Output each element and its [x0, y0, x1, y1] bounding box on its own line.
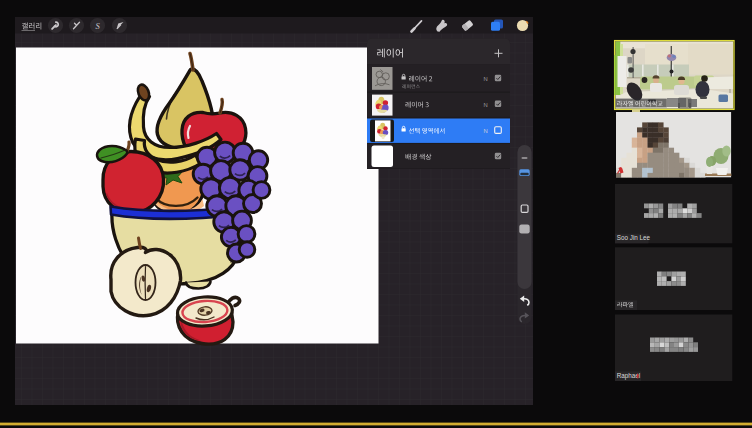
svg-text:N: N: [483, 128, 487, 134]
svg-text:N: N: [483, 102, 487, 108]
svg-text:Raphael: Raphael: [617, 372, 640, 380]
svg-text:N: N: [483, 76, 487, 82]
svg-text:Soo Jin Lee: Soo Jin Lee: [617, 234, 651, 241]
